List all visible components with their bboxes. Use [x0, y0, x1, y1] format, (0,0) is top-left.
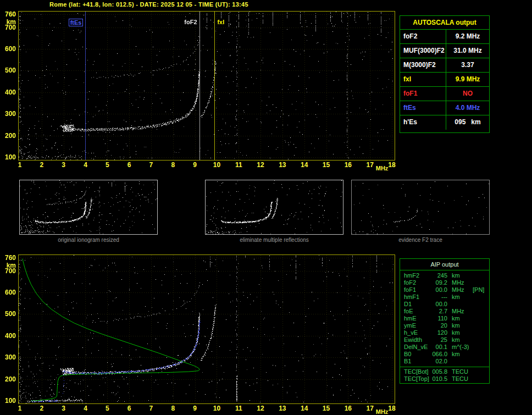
- y-tick-label: 400: [0, 89, 16, 96]
- x-tick-label: 4: [79, 405, 92, 412]
- aip-row-extra: [473, 351, 489, 358]
- x-tick-label: 6: [123, 162, 136, 168]
- x-tick-label: 16: [341, 405, 354, 412]
- x-tick-label: 5: [101, 405, 114, 412]
- autoscala-row-value: 31.0 MHz: [446, 44, 489, 58]
- aip-tec-rows: TEC[Bot]005.8TECUTEC[Top]010.5TECU: [400, 367, 489, 383]
- station-date-title: Rome (lat: +41.8, lon: 012.5) - DATE: 20…: [49, 1, 248, 8]
- marker-label-ftes: ftEs: [69, 19, 84, 26]
- thumbnail-original-ionogram: [19, 180, 158, 235]
- aip-row-value: 2.7: [429, 308, 447, 315]
- aip-row-value: 00.0: [429, 286, 447, 294]
- aip-row-unit: m^(-3): [447, 344, 473, 351]
- x-tick-label: 4: [79, 162, 92, 168]
- autoscala-row-value: 9.2 MHz: [446, 30, 489, 43]
- aip-row-extra: [473, 279, 489, 286]
- y-tick-label: 300: [0, 354, 16, 361]
- aip-row-label: B0: [400, 351, 429, 358]
- y-tick-label: 760: [0, 254, 16, 261]
- aip-row-value: 25: [429, 336, 447, 344]
- aip-row-value: 00.1: [429, 344, 447, 351]
- x-tick-label: 2: [35, 162, 48, 168]
- aip-row-extra: [PN]: [473, 286, 489, 294]
- y-tick-label: 100: [0, 397, 16, 404]
- aip-row-unit: km: [447, 351, 473, 358]
- aip-row-extra: [473, 301, 489, 308]
- aip-row-label: TEC[Top]: [400, 375, 429, 383]
- aip-row-label: foF2: [400, 279, 429, 286]
- autoscala-row: M(3000)F23.37: [400, 58, 489, 73]
- aip-row-label: DelN_vE: [400, 344, 429, 351]
- x-tick-label: 3: [57, 162, 70, 168]
- y-axis-unit: km: [0, 19, 16, 25]
- aip-row-unit: TECU: [447, 368, 473, 375]
- x-tick-label: 7: [145, 405, 158, 412]
- aip-row-value: 110: [429, 315, 447, 322]
- autoscala-row-value: 4.0 MHz: [446, 101, 489, 115]
- autoscala-output-table: AUTOSCALA output foF29.2 MHzMUF(3000)F23…: [400, 15, 490, 133]
- x-tick-label: 6: [123, 405, 136, 412]
- x-tick-label: 7: [145, 162, 158, 168]
- thumbnail-caption-original: original ionogram resized: [19, 237, 158, 243]
- aip-table-title: AIP output: [400, 259, 489, 270]
- aip-row: foE2.7MHz: [400, 308, 489, 315]
- autoscala-row-label: M(3000)F2: [400, 58, 446, 72]
- y-axis-unit: km: [0, 262, 16, 269]
- autoscala-row-value: 3.37: [446, 58, 489, 72]
- aip-row-extra: [473, 368, 489, 375]
- aip-row-unit: MHz: [447, 286, 473, 294]
- aip-row-label: h_vE: [400, 329, 429, 336]
- aip-row-unit: km: [447, 322, 473, 329]
- autoscala-row-value: 9.9 MHz: [446, 73, 489, 86]
- x-tick-label: 13: [276, 162, 289, 168]
- aip-row: TEC[Bot]005.8TECU: [400, 368, 489, 375]
- aip-row: Ewidth25km: [400, 336, 489, 344]
- aip-row-extra: [473, 322, 489, 329]
- aip-row-label: hmF1: [400, 294, 429, 301]
- aip-row: hmF2245km: [400, 272, 489, 279]
- aip-row-value: 010.5: [429, 375, 447, 383]
- autoscala-row-label: ftEs: [400, 101, 446, 115]
- autoscala-row-label: MUF(3000)F2: [400, 44, 446, 58]
- x-tick-label: 8: [167, 162, 180, 168]
- aip-row: DelN_vE00.1m^(-3): [400, 344, 489, 351]
- aip-row: foF209.2MHz: [400, 279, 489, 286]
- aip-row: hmF1---km: [400, 294, 489, 301]
- aip-row: foF100.0MHz[PN]: [400, 286, 489, 294]
- aip-row-unit: MHz: [447, 308, 473, 315]
- autoscala-row: fxI9.9 MHz: [400, 73, 489, 87]
- x-tick-label: 8: [167, 405, 180, 412]
- thumbnail-filtered-canvas: [206, 180, 343, 234]
- aip-row-extra: [473, 272, 489, 279]
- x-tick-label: 5: [101, 162, 114, 168]
- autoscala-row-label: foF1: [400, 87, 446, 101]
- restored-ionogram-plot: [18, 254, 395, 404]
- aip-row: B102.0: [400, 358, 489, 365]
- x-tick-label: 15: [320, 405, 333, 412]
- aip-row-label: ymE: [400, 322, 429, 329]
- aip-row-label: D1: [400, 301, 429, 308]
- x-tick-label: 1: [13, 162, 26, 168]
- aip-row: hmE110km: [400, 315, 489, 322]
- aip-row-value: 20: [429, 322, 447, 329]
- x-tick-label: 12: [254, 405, 267, 412]
- thumbnail-caption-f2: evidence F2 trace: [351, 237, 490, 243]
- x-tick-label: 14: [298, 405, 311, 412]
- aip-row-unit: km: [447, 336, 473, 344]
- thumbnail-filtered-ionogram: [205, 180, 343, 235]
- x-tick-label: 14: [298, 162, 311, 168]
- aip-row-unit: km: [447, 294, 473, 301]
- aip-row-value: ---: [429, 294, 447, 301]
- aip-row-label: foE: [400, 308, 429, 315]
- x-tick-label: 16: [341, 162, 354, 168]
- x-tick-label: 13: [276, 405, 289, 412]
- aip-row-label: TEC[Bot]: [400, 368, 429, 375]
- autoscala-row-label: h'Es: [400, 115, 446, 130]
- aip-row-label: hmF2: [400, 272, 429, 279]
- autoscala-row: h'Es095 km: [400, 115, 489, 130]
- x-axis-unit: MHz: [374, 165, 390, 171]
- autoscala-row: ftEs4.0 MHz: [400, 101, 489, 115]
- aip-row-extra: [473, 336, 489, 344]
- marker-label-fof2: foF2: [184, 19, 197, 25]
- aip-row-value: 02.0: [429, 358, 447, 365]
